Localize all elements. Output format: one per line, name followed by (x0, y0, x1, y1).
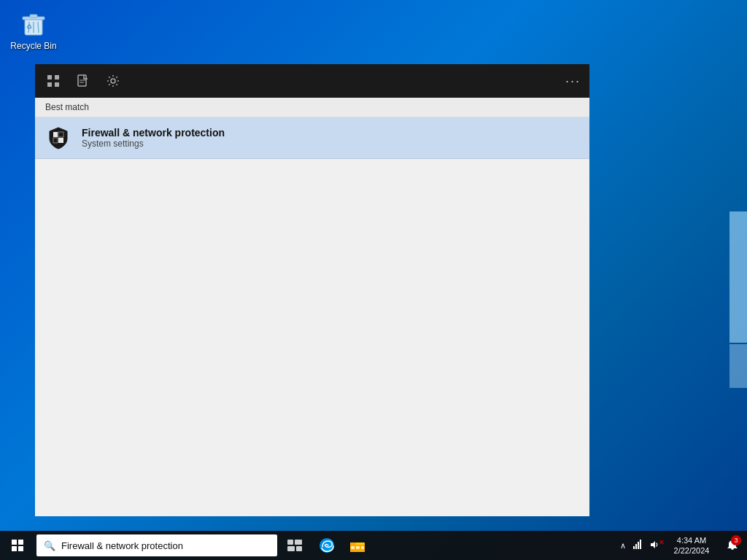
svg-rect-31 (351, 546, 355, 549)
svg-point-14 (111, 79, 115, 83)
clock-date: 2/22/2024 (674, 545, 710, 556)
system-tray: ∧ ✕ 4:34 AM 2/22/2024 (619, 531, 747, 560)
taskbar: 🔍 Firewall & network protection (0, 531, 747, 560)
svg-rect-18 (58, 138, 63, 143)
svg-text:♻: ♻ (26, 23, 32, 31)
svg-marker-38 (651, 541, 655, 548)
svg-rect-17 (53, 138, 58, 143)
volume-muted-badge: ✕ (659, 539, 665, 546)
tray-show-hidden-icon[interactable]: ∧ (619, 541, 627, 551)
svg-rect-7 (47, 75, 52, 79)
notification-button[interactable]: 3 (721, 531, 744, 560)
best-match-header: Best match (35, 98, 589, 117)
svg-rect-23 (287, 540, 293, 545)
pinned-apps (312, 531, 372, 560)
task-view-button[interactable] (280, 531, 309, 560)
svg-rect-16 (58, 132, 63, 137)
svg-rect-8 (55, 75, 59, 79)
file-explorer-app[interactable] (343, 531, 372, 560)
desktop: ♻ Recycle Bin (0, 0, 747, 560)
taskbar-search-text: Firewall & network protection (61, 540, 183, 551)
volume-icon[interactable]: ✕ (648, 540, 662, 552)
svg-rect-21 (12, 546, 17, 551)
firewall-shield-icon (45, 125, 71, 151)
recycle-bin-svg: ♻ (19, 9, 48, 38)
svg-rect-33 (361, 546, 364, 549)
svg-line-5 (38, 22, 39, 33)
search-toolbar: ··· (35, 64, 589, 98)
search-empty-area (35, 159, 589, 516)
more-options-icon[interactable]: ··· (565, 74, 581, 89)
taskbar-search-bar[interactable]: 🔍 Firewall & network protection (36, 534, 277, 556)
edge-app[interactable] (312, 531, 341, 560)
svg-rect-35 (635, 544, 637, 549)
svg-rect-37 (640, 540, 641, 549)
notification-count: 3 (731, 535, 741, 545)
taskbar-search-icon: 🔍 (44, 540, 55, 551)
svg-rect-2 (30, 15, 37, 18)
svg-rect-26 (296, 546, 302, 551)
svg-rect-24 (295, 540, 302, 545)
svg-rect-19 (12, 540, 17, 545)
svg-rect-20 (18, 540, 23, 545)
result-text-block: Firewall & network protection System set… (82, 127, 225, 149)
svg-rect-9 (47, 82, 52, 87)
bar-bottom (729, 344, 747, 388)
svg-rect-15 (53, 132, 58, 137)
clock-time: 4:34 AM (677, 535, 706, 545)
grid-icon[interactable] (44, 71, 63, 90)
settings-icon[interactable] (104, 71, 123, 90)
svg-rect-10 (55, 82, 59, 87)
start-button[interactable] (0, 531, 35, 560)
system-clock[interactable]: 4:34 AM 2/22/2024 (665, 535, 718, 556)
svg-rect-25 (287, 546, 295, 551)
svg-rect-22 (18, 546, 23, 551)
result-subtitle: System settings (82, 139, 225, 149)
svg-rect-30 (350, 542, 356, 545)
svg-rect-36 (638, 542, 639, 549)
svg-rect-34 (633, 546, 635, 549)
result-title: Firewall & network protection (82, 127, 225, 139)
recycle-bin-label: Recycle Bin (10, 41, 56, 51)
right-decoration (729, 211, 747, 388)
svg-rect-32 (356, 546, 360, 549)
document-icon[interactable] (74, 71, 92, 90)
network-icon[interactable] (630, 540, 645, 552)
search-panel: ··· Best match Firewall & ne (35, 64, 589, 516)
recycle-bin-icon[interactable]: ♻ Recycle Bin (7, 6, 60, 54)
search-result-item[interactable]: Firewall & network protection System set… (35, 117, 589, 159)
bar-top (729, 211, 747, 343)
